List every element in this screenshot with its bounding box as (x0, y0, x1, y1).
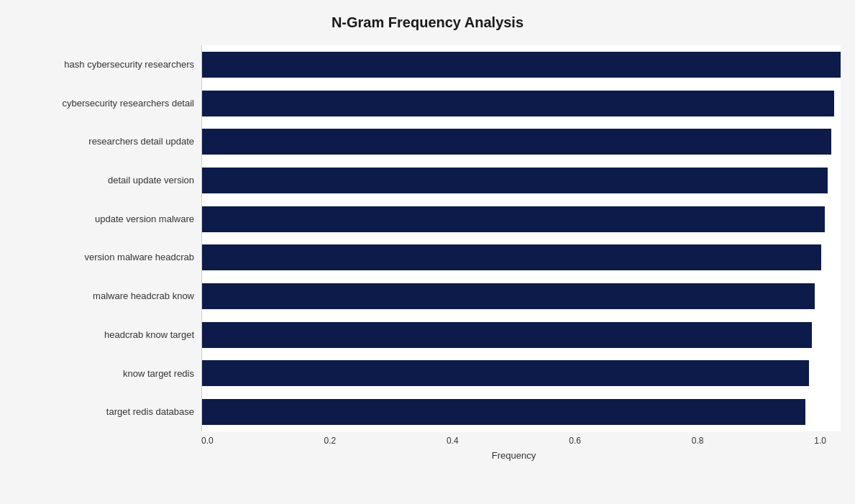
y-label: researchers detail update (88, 136, 194, 147)
bar (202, 129, 831, 155)
bar-row (202, 49, 841, 81)
x-axis-label: Frequency (201, 450, 841, 461)
chart-area: hash cybersecurity researcherscybersecur… (14, 45, 841, 431)
bar-row (202, 357, 841, 389)
x-tick: 0.0 (201, 436, 214, 446)
y-label: headcrab know target (104, 329, 194, 341)
x-tick: 0.8 (692, 436, 704, 446)
bar-row (202, 126, 841, 157)
bar (202, 168, 828, 193)
bar (202, 52, 841, 78)
bar-row (202, 396, 841, 428)
bar-row (202, 280, 841, 312)
x-tick: 0.2 (324, 436, 336, 446)
bar-row (202, 203, 841, 235)
y-label: malware headcrab know (93, 290, 194, 302)
bar-row (202, 165, 841, 196)
bar (202, 399, 805, 425)
y-label: know target redis (123, 368, 194, 380)
bar (202, 244, 821, 270)
bar-row (202, 319, 841, 351)
bars-area (201, 45, 841, 431)
bar-row (202, 88, 841, 119)
bar (202, 322, 812, 348)
y-label: cybersecurity researchers detail (62, 98, 194, 109)
x-tick: 0.6 (569, 436, 581, 446)
y-labels: hash cybersecurity researcherscybersecur… (14, 45, 201, 431)
x-tick: 1.0 (814, 436, 826, 446)
x-tick: 0.4 (447, 436, 459, 446)
y-label: update version malware (95, 214, 194, 225)
y-label: detail update version (108, 175, 194, 186)
bar-row (202, 242, 841, 273)
bar (202, 283, 815, 309)
bar (202, 206, 825, 232)
x-ticks: 0.00.20.40.60.81.0 (201, 431, 841, 446)
bar (202, 91, 834, 116)
y-label: hash cybersecurity researchers (64, 59, 194, 70)
x-axis-container: 0.00.20.40.60.81.0 Frequency (14, 431, 841, 461)
chart-container: N-Gram Frequency Analysis hash cybersecu… (0, 0, 855, 504)
bar (202, 360, 809, 386)
y-label: target redis database (106, 406, 194, 418)
chart-title: N-Gram Frequency Analysis (332, 14, 523, 31)
y-label: version malware headcrab (85, 252, 194, 263)
